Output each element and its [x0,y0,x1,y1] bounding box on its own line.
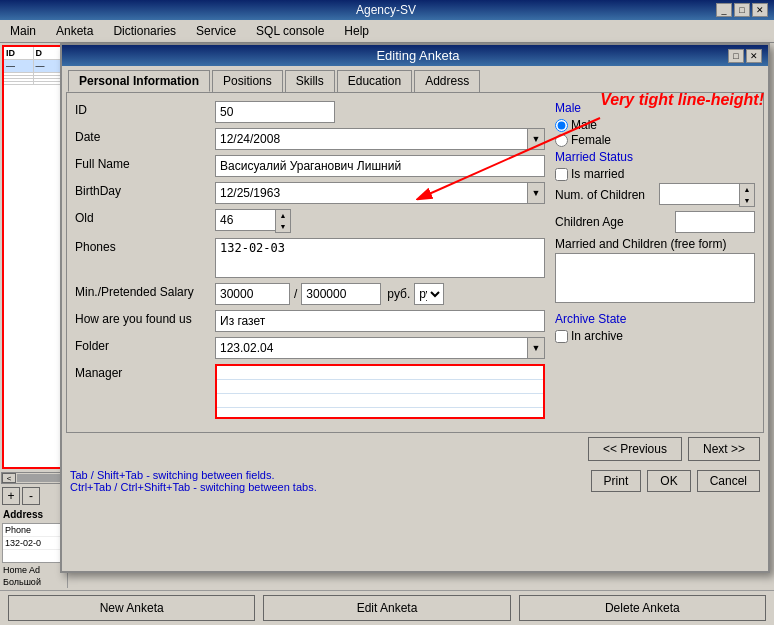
gender-male-radio[interactable] [555,119,568,132]
children-age-row: Children Age [555,211,755,233]
dialog-close-button[interactable]: ✕ [746,49,762,63]
menu-service[interactable]: Service [190,22,242,40]
salary-label: Min./Pretended Salary [75,283,215,299]
menu-dictionaries[interactable]: Dictionaries [107,22,182,40]
is-married-checkbox[interactable] [555,168,568,181]
menu-main[interactable]: Main [4,22,42,40]
date-label: Date [75,128,215,144]
folder-dropdown-btn[interactable]: ▼ [527,337,545,359]
date-input[interactable] [215,128,527,150]
in-archive-checkbox[interactable] [555,330,568,343]
birthday-input[interactable] [215,182,527,204]
fullname-row: Full Name [75,155,545,177]
cell-d: — [34,60,64,72]
salary-row: Min./Pretended Salary / руб. руб. [75,283,545,305]
fullname-input[interactable] [215,155,545,177]
title-bar-controls: _ □ ✕ [716,3,768,17]
cell-d [34,82,64,84]
tab-address[interactable]: Address [414,70,480,92]
num-children-increment[interactable]: ▲ [740,184,754,195]
cell-d [34,73,64,75]
tab-bar: Personal Information Positions Skills Ed… [62,66,768,92]
date-row: Date ▼ [75,128,545,150]
close-button[interactable]: ✕ [752,3,768,17]
children-age-input[interactable] [675,211,755,233]
is-married-label: Is married [571,167,624,181]
num-children-stepper-btns: ▲ ▼ [739,183,755,207]
tab-skills[interactable]: Skills [285,70,335,92]
in-archive-item: In archive [555,329,755,343]
folder-input[interactable] [215,337,527,359]
phones-row: Phones 132-02-03 [75,238,545,278]
married-free-input[interactable] [555,253,755,303]
old-row: Old ▲ ▼ [75,209,545,233]
add-button[interactable]: + [2,487,20,505]
menu-help[interactable]: Help [338,22,375,40]
howfound-input[interactable] [215,310,545,332]
menu-anketa[interactable]: Anketa [50,22,99,40]
old-stepper: ▲ ▼ [215,209,291,233]
scroll-left-btn[interactable]: < [2,473,16,483]
salary-currency-select[interactable]: руб. [414,283,444,305]
id-row: ID [75,101,545,123]
next-button[interactable]: Next >> [688,437,760,461]
table-row[interactable]: — — [4,60,63,73]
birthday-label: BirthDay [75,182,215,198]
tab-positions[interactable]: Positions [212,70,283,92]
gender-female-radio[interactable] [555,134,568,147]
birthday-picker-btn[interactable]: ▼ [527,182,545,204]
old-decrement-btn[interactable]: ▼ [276,221,290,232]
gender-male-label: Male [571,118,597,132]
salary-min-input[interactable] [215,283,290,305]
id-input[interactable] [215,101,335,123]
old-input[interactable] [215,209,275,231]
manager-input[interactable] [215,364,545,419]
cell-id [4,79,34,81]
tab-education[interactable]: Education [337,70,412,92]
table-row[interactable] [4,82,63,85]
new-anketa-button[interactable]: New Anketa [8,595,255,621]
num-children-label: Num. of Children [555,188,659,202]
scroll-track [17,474,64,482]
form-area: ID Date ▼ Full Name [66,92,764,433]
dialog-maximize-button[interactable]: □ [728,49,744,63]
prev-button[interactable]: << Previous [588,437,682,461]
children-age-label: Children Age [555,215,675,229]
remove-button[interactable]: - [22,487,40,505]
phones-label: Phones [75,238,215,254]
howfound-row: How are you found us [75,310,545,332]
birthday-input-group: ▼ [215,182,545,204]
folder-row: Folder ▼ [75,337,545,359]
gender-male-item: Male [555,118,755,132]
date-picker-btn[interactable]: ▼ [527,128,545,150]
cancel-button[interactable]: Cancel [697,470,760,492]
home-address-value: Большой [0,576,67,588]
birthday-row: BirthDay ▼ [75,182,545,204]
married-title: Married Status [555,150,755,164]
minimize-button[interactable]: _ [716,3,732,17]
dialog-bottom: Tab / Shift+Tab - switching between fiel… [62,465,768,497]
old-stepper-btns: ▲ ▼ [275,209,291,233]
old-increment-btn[interactable]: ▲ [276,210,290,221]
horizontal-scrollbar[interactable]: < [1,472,66,484]
salary-max-input[interactable] [301,283,381,305]
editing-dialog: Editing Anketa □ ✕ Personal Information … [60,43,770,573]
cell-id [4,82,34,84]
num-children-decrement[interactable]: ▼ [740,195,754,206]
tab-personal-information[interactable]: Personal Information [68,70,210,92]
num-children-input[interactable] [659,183,739,205]
folder-label: Folder [75,337,215,353]
howfound-label: How are you found us [75,310,215,326]
ok-button[interactable]: OK [647,470,690,492]
form-left: ID Date ▼ Full Name [75,101,545,424]
hints: Tab / Shift+Tab - switching between fiel… [70,469,585,493]
print-button[interactable]: Print [591,470,642,492]
salary-slash: / [294,287,297,301]
delete-anketa-button[interactable]: Delete Anketa [519,595,766,621]
menu-sql[interactable]: SQL console [250,22,330,40]
maximize-button[interactable]: □ [734,3,750,17]
cell-d [34,76,64,78]
phones-input[interactable]: 132-02-03 [215,238,545,278]
address-section-label: Address [0,507,67,522]
edit-anketa-button[interactable]: Edit Anketa [263,595,510,621]
